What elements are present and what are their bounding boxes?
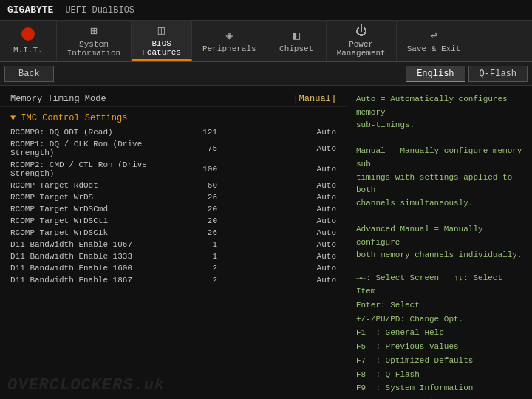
memory-timing-label: Memory Timing Mode [10, 94, 106, 104]
dual-bios-label: UEFI DualBIOS [65, 5, 134, 16]
setting-num: 100 [180, 165, 217, 174]
settings-list: RCOMP0: DQ ODT (Read) 121 Auto RCOMP1: D… [0, 126, 347, 286]
setting-row[interactable]: RCOMP Target WrDSCt1 20 Auto [0, 215, 347, 227]
nav-label-mit: M.I.T. [13, 46, 43, 55]
bios-icon: ◫ [158, 23, 166, 38]
brand-logo: GIGABYTE [7, 4, 53, 16]
power-icon: ⏻ [355, 24, 367, 38]
setting-num: 75 [180, 144, 217, 153]
qflash-button[interactable]: Q-Flash [468, 66, 528, 82]
nav-label-sysinfo: SystemInformation [67, 40, 121, 58]
main-content: Memory Timing Mode [Manual] ▼ IMC Contro… [0, 86, 532, 399]
setting-auto: Auto [317, 181, 336, 190]
setting-label: D11 Bandwidth Enable 1867 [10, 276, 180, 284]
nav-item-sysinfo[interactable]: ⊞ SystemInformation [57, 21, 132, 61]
key-row-f5: F5 : Previous Values [356, 340, 523, 354]
key-row-f1: F1 : General Help [356, 326, 523, 340]
nav-item-chipset[interactable]: ◧ Chipset [267, 21, 327, 61]
setting-row[interactable]: RCOMP Target WrDS 26 Auto [0, 191, 347, 203]
toolbar: Back English Q-Flash [0, 62, 532, 86]
nav-item-power[interactable]: ⏻ PowerManagement [327, 21, 397, 61]
setting-num: 121 [180, 128, 217, 137]
nav-label-peripherals: Peripherals [202, 44, 256, 53]
setting-row[interactable]: RCOMP2: CMD / CTL Ron (Drive Strength) 1… [0, 159, 347, 180]
setting-row[interactable]: RCOMP Target RdOdt 60 Auto [0, 180, 347, 191]
setting-auto: Auto [317, 144, 336, 153]
sysinfo-icon: ⊞ [90, 24, 98, 38]
setting-label: RCOMP Target WrDSCt1 [10, 216, 180, 225]
nav-label-save: Save & Exit [407, 44, 461, 53]
setting-num: 2 [180, 276, 217, 284]
key-row-change: +/-/PU/PD: Change Opt. [356, 313, 523, 327]
help-description: Auto = Automatically configures memory s… [356, 93, 523, 262]
setting-row[interactable]: RCOMP Target WrDSC1k 26 Auto [0, 227, 347, 239]
setting-row[interactable]: RCOMP1: DQ / CLK Ron (Drive Strength) 75… [0, 138, 347, 159]
memory-timing-row[interactable]: Memory Timing Mode [Manual] [0, 92, 347, 107]
setting-auto: Auto [317, 216, 336, 225]
mit-icon [21, 27, 35, 44]
setting-row[interactable]: D11 Bandwidth Enable 1067 1 Auto [0, 239, 347, 250]
setting-label: RCOMP Target WrDS [10, 193, 180, 202]
setting-num: 2 [180, 264, 217, 273]
setting-auto: Auto [317, 264, 336, 273]
key-help: →←: Select Screen ↑↓: Select Item Enter:… [356, 271, 523, 399]
key-row-f10: F10 : Save & Exit [356, 395, 523, 399]
setting-label: RCOMP1: DQ / CLK Ron (Drive Strength) [10, 140, 180, 157]
setting-label: RCOMP Target RdOdt [10, 181, 180, 190]
nav-item-save[interactable]: ↩ Save & Exit [397, 21, 472, 61]
save-icon: ↩ [430, 28, 437, 43]
key-row-screen: →←: Select Screen ↑↓: Select Item [356, 271, 523, 299]
memory-timing-value: [Manual] [293, 94, 336, 104]
key-row-f9: F9 : System Information [356, 381, 523, 395]
setting-num: 1 [180, 240, 217, 249]
nav-item-bios[interactable]: ◫ BIOSFeatures [132, 21, 192, 61]
language-button[interactable]: English [406, 66, 465, 82]
left-panel: Memory Timing Mode [Manual] ▼ IMC Contro… [0, 86, 347, 399]
setting-num: 26 [180, 193, 217, 202]
setting-auto: Auto [317, 205, 336, 214]
key-row-f7: F7 : Optimized Defaults [356, 354, 523, 368]
nav-label-power: PowerManagement [337, 40, 386, 58]
setting-auto: Auto [317, 128, 336, 137]
setting-label: RCOMP0: DQ ODT (Read) [10, 128, 180, 137]
lang-section: English Q-Flash [406, 66, 528, 82]
peripherals-icon: ◈ [226, 28, 233, 43]
nav-item-peripherals[interactable]: ◈ Peripherals [192, 21, 267, 61]
setting-num: 60 [180, 181, 217, 190]
setting-label: RCOMP Target WrDSCmd [10, 205, 180, 214]
setting-num: 1 [180, 252, 217, 261]
setting-num: 26 [180, 228, 217, 237]
setting-num: 20 [180, 216, 217, 225]
setting-row[interactable]: D11 Bandwidth Enable 1600 2 Auto [0, 262, 347, 274]
setting-auto: Auto [317, 252, 336, 261]
nav-label-chipset: Chipset [279, 44, 313, 53]
setting-label: D11 Bandwidth Enable 1333 [10, 252, 180, 261]
setting-label: RCOMP Target WrDSC1k [10, 228, 180, 237]
setting-num: 20 [180, 205, 217, 214]
setting-auto: Auto [317, 228, 336, 237]
key-row-enter: Enter: Select [356, 299, 523, 313]
setting-auto: Auto [317, 276, 336, 284]
right-panel: Auto = Automatically configures memory s… [347, 86, 532, 399]
key-row-f8: F8 : Q-Flash [356, 368, 523, 382]
setting-label: D11 Bandwidth Enable 1600 [10, 264, 180, 273]
setting-row[interactable]: RCOMP Target WrDSCmd 20 Auto [0, 203, 347, 215]
setting-auto: Auto [317, 193, 336, 202]
setting-row[interactable]: RCOMP0: DQ ODT (Read) 121 Auto [0, 126, 347, 138]
titlebar: GIGABYTE UEFI DualBIOS [0, 0, 532, 21]
setting-row[interactable]: D11 Bandwidth Enable 1333 1 Auto [0, 250, 347, 262]
back-button[interactable]: Back [4, 66, 54, 82]
top-navigation: M.I.T. ⊞ SystemInformation ◫ BIOSFeature… [0, 21, 532, 62]
imc-header: ▼ IMC Control Settings [0, 110, 347, 126]
chipset-icon: ◧ [293, 28, 300, 43]
nav-label-bios: BIOSFeatures [142, 39, 181, 57]
setting-label: D11 Bandwidth Enable 1067 [10, 240, 180, 249]
setting-auto: Auto [317, 240, 336, 249]
nav-item-mit[interactable]: M.I.T. [0, 21, 57, 61]
setting-auto: Auto [317, 165, 336, 174]
setting-row[interactable]: D11 Bandwidth Enable 1867 2 Auto [0, 274, 347, 286]
setting-label: RCOMP2: CMD / CTL Ron (Drive Strength) [10, 160, 180, 178]
